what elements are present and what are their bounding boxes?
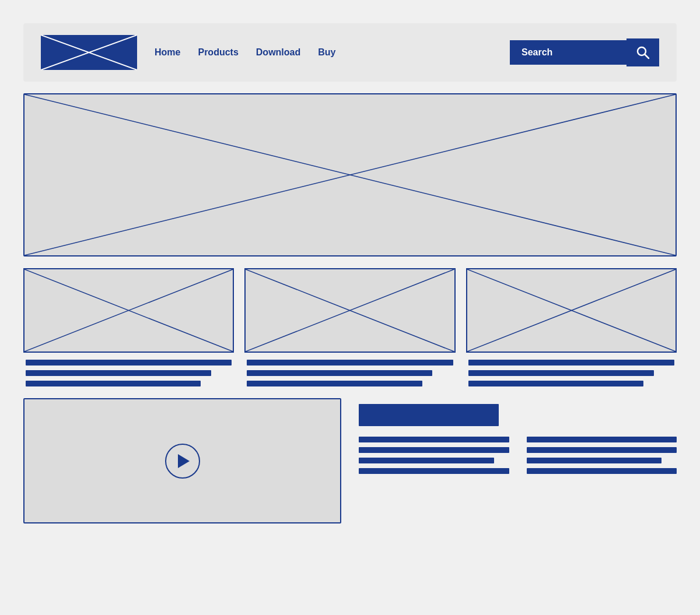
col-card-2 xyxy=(244,268,455,386)
text-line xyxy=(359,447,509,453)
hero-banner xyxy=(23,93,677,256)
header: Home Products Download Buy xyxy=(23,23,677,82)
col-card-3 xyxy=(466,268,677,386)
text-line xyxy=(247,381,422,386)
text-line xyxy=(468,370,654,376)
bottom-text-cols xyxy=(359,437,677,474)
bottom-section xyxy=(23,398,677,523)
video-placeholder[interactable] xyxy=(23,398,341,523)
col-card-1 xyxy=(23,268,234,386)
bottom-col-right xyxy=(527,437,677,474)
text-line xyxy=(527,447,677,453)
play-icon xyxy=(178,454,190,468)
text-line xyxy=(527,468,677,474)
nav-products[interactable]: Products xyxy=(198,47,238,58)
search-area xyxy=(510,38,659,66)
bottom-col-left xyxy=(359,437,509,474)
bottom-text-area xyxy=(359,398,677,474)
nav-download[interactable]: Download xyxy=(256,47,300,58)
text-line xyxy=(26,381,201,386)
page-wrapper: Home Products Download Buy xyxy=(0,0,700,547)
text-line xyxy=(527,437,677,442)
text-line xyxy=(527,458,662,463)
col-image-1 xyxy=(23,268,234,353)
text-line xyxy=(468,381,643,386)
nav-buy[interactable]: Buy xyxy=(318,47,335,58)
text-line xyxy=(359,468,509,474)
play-button[interactable] xyxy=(165,444,200,479)
text-line xyxy=(359,437,509,442)
three-column-section xyxy=(23,268,677,386)
col-text-lines-2 xyxy=(244,360,455,386)
col-image-2 xyxy=(244,268,455,353)
svg-line-4 xyxy=(645,55,649,59)
text-line xyxy=(468,360,674,366)
text-line xyxy=(359,458,494,463)
col-image-3 xyxy=(466,268,677,353)
search-icon xyxy=(636,45,650,59)
text-line xyxy=(247,370,432,376)
search-button[interactable] xyxy=(626,38,659,66)
text-line xyxy=(26,360,232,366)
col-text-lines-3 xyxy=(466,360,677,386)
col-text-lines-1 xyxy=(23,360,234,386)
logo xyxy=(41,35,137,70)
nav-home[interactable]: Home xyxy=(155,47,180,58)
nav: Home Products Download Buy xyxy=(155,47,510,58)
search-input[interactable] xyxy=(510,40,626,65)
text-line xyxy=(26,370,211,376)
heading-bar xyxy=(359,404,499,426)
text-line xyxy=(247,360,453,366)
